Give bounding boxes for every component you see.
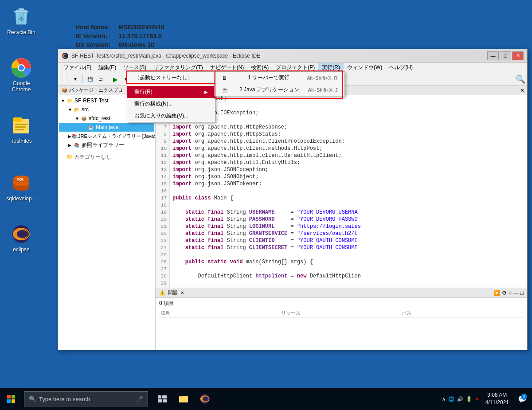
maximize-panel-icon[interactable]: □ xyxy=(520,290,524,296)
code-line-23: 23 static final String CLIENTID = "YOUR … xyxy=(156,237,527,244)
desktop-icon-sqldevelop[interactable]: SQL sqldevelop... xyxy=(4,171,39,203)
code-line-30: 30 // Assemble the login request URL. xyxy=(156,287,527,288)
os-value: Windows 10 xyxy=(115,41,168,49)
ctx-label-run: 実行(R) xyxy=(134,88,196,96)
tree-item-jre[interactable]: ▶ 📚 JREシステム・ライブラリー [JavaSE-11] xyxy=(59,132,154,141)
chrome-icon xyxy=(11,57,32,78)
ctx-label-history: （起動ヒストリーなし） xyxy=(134,74,208,82)
taskview-button[interactable] xyxy=(153,389,172,409)
ie-label: IE Version: xyxy=(72,32,114,40)
ref-lib-icon: 📚 xyxy=(73,142,80,149)
mic-icon: 🎤 xyxy=(137,396,143,402)
menu-file[interactable]: ファイル(F) xyxy=(60,63,95,72)
search-input[interactable] xyxy=(39,396,128,402)
menu-run[interactable]: 実行(R) xyxy=(318,63,344,72)
package-explorer-label: 📦 パッケージ・エクスプロ xyxy=(62,87,123,94)
sysinfo-panel: Host Name: MSEDGEWIN10 IE Version: 11.37… xyxy=(71,22,169,50)
minimize-panel-icon[interactable]: — xyxy=(513,290,519,296)
menu-navigate[interactable]: ナビゲート(N) xyxy=(207,63,248,72)
menu-window[interactable]: ウィンドウ(W) xyxy=(344,63,386,72)
menu-project[interactable]: プロジェクト(P) xyxy=(272,63,318,72)
eclipse-title-text: SF-REST-Test/src/sfdc_rest/Main.java - C… xyxy=(71,53,486,59)
network-icon[interactable]: 🌐 xyxy=(448,396,454,402)
desktop-icon-recycle-bin[interactable]: ♻ Recycle Bin xyxy=(4,4,39,37)
host-value: MSEDGEWIN10 xyxy=(115,23,168,31)
config-icon[interactable]: ⚙ xyxy=(502,290,507,296)
ctx-item-run[interactable]: 実行(R) ▶ xyxy=(127,86,215,98)
menu-refactor[interactable]: リファクタリング(T) xyxy=(150,63,206,72)
tree-label-ref-lib: 参照ライブラリー xyxy=(82,141,124,149)
run-context-menu: （起動ヒストリーなし） 実行(R) ▶ 実行の構成(N)... お気に入りの編集… xyxy=(127,71,215,122)
svg-text:♻: ♻ xyxy=(19,16,23,22)
col-resource: リソース xyxy=(281,310,401,316)
toolbar-new[interactable]: 📄 xyxy=(60,74,70,84)
code-line-20: 20 static final String PASSWORD = "YOUR … xyxy=(156,216,527,223)
maximize-button[interactable]: □ xyxy=(500,51,511,60)
col-description: 説明 xyxy=(161,310,281,316)
minimize-button[interactable]: — xyxy=(487,51,499,60)
filter-icon[interactable]: 🔽 xyxy=(493,290,500,296)
toolbar-save[interactable]: 💾 xyxy=(85,74,95,84)
code-line-13: 13 import org.json.JSONException; xyxy=(156,166,527,173)
code-line-12: 12 import org.apache.http.util.EntityUti… xyxy=(156,159,527,166)
ctx-label-favorites: お気に入りの編集(V)... xyxy=(134,112,208,120)
svg-point-20 xyxy=(17,230,27,238)
toolbar-save-all[interactable]: 🗂 xyxy=(96,74,106,84)
toolbar-dropdown1[interactable]: ▼ xyxy=(70,74,80,84)
ctx-item-favorites[interactable]: お気に入りの編集(V)... xyxy=(127,110,215,122)
clock-display[interactable]: 9:08 AM 4/11/2021 xyxy=(482,391,512,406)
desktop-icon-chrome[interactable]: Google Chrome xyxy=(4,55,39,94)
problems-tab: ⚠️ 問題 ✕ 🔽 ⚙ ≡ — □ xyxy=(156,288,527,298)
ctx-sep-1 xyxy=(127,85,215,85)
submenu-item-server[interactable]: 🖥 1 サーバーで実行 Alt+Shift+X, R xyxy=(215,72,344,84)
submenu-item-java[interactable]: ☕ 2 Java アプリケーション Alt+Shift+X, J xyxy=(215,84,344,96)
show-hidden-icon[interactable]: ∧ xyxy=(442,396,446,402)
submenu-label-java: 2 Java アプリケーション xyxy=(239,86,299,94)
eclipse-title-icon xyxy=(62,52,69,59)
toolbar-search-right[interactable]: 🔍 xyxy=(516,74,525,84)
toolbar-run[interactable]: ▶ xyxy=(110,74,120,84)
code-line-25: 25 xyxy=(156,251,527,258)
code-line-10: 10 import org.apache.http.client.methods… xyxy=(156,145,527,152)
notification-button[interactable]: 💬 2 xyxy=(516,391,528,406)
clock-date: 4/11/2021 xyxy=(485,399,509,406)
menu-edit[interactable]: 編集(E) xyxy=(95,63,120,72)
svg-rect-26 xyxy=(12,395,15,398)
ctx-item-run-config[interactable]: 実行の構成(N)... xyxy=(127,98,215,110)
close-button[interactable]: ✕ xyxy=(512,51,524,60)
jre-icon: 📚 xyxy=(71,133,77,140)
ctx-item-history: （起動ヒストリーなし） xyxy=(127,72,215,84)
code-line-26: 26 public static void main(String[] args… xyxy=(156,258,527,266)
clock-time: 9:08 AM xyxy=(485,391,509,399)
file-explorer-taskbar[interactable] xyxy=(174,389,193,409)
shortcut-java: Alt+Shift+X, J xyxy=(308,87,338,93)
ie-value: 11.379.17763.0 xyxy=(115,32,168,40)
eclipse-taskbar[interactable] xyxy=(195,389,215,409)
svg-rect-29 xyxy=(158,395,161,398)
tree-label-sf-rest: SF-REST-Test xyxy=(74,98,109,104)
code-line-11: 11 import org.apache.http.impl.client.De… xyxy=(156,152,527,159)
volume-icon[interactable]: 🔊 xyxy=(457,396,463,402)
problems-toolbar: 🔽 ⚙ ≡ — □ xyxy=(493,290,524,296)
ctx-label-run-config: 実行の構成(N)... xyxy=(134,100,208,108)
code-area[interactable]: 3 import sfdc_rest; 4 5 import java.io.I… xyxy=(156,95,527,288)
tree-item-main-java[interactable]: ☕ Main.java xyxy=(59,123,154,132)
menu-help[interactable]: ヘルプ(H) xyxy=(386,63,416,72)
tree-arrow: ▼ xyxy=(61,98,66,103)
taskbar: 🔍 🎤 xyxy=(0,388,532,410)
taskbar-search[interactable]: 🔍 🎤 xyxy=(24,391,148,406)
menu-source[interactable]: ソース(S) xyxy=(120,63,150,72)
problems-content: 0 項目 説明 リソース パス xyxy=(156,298,527,350)
menu-search[interactable]: 検索(A) xyxy=(247,63,272,72)
start-button[interactable] xyxy=(0,388,22,410)
problems-count: 0 項目 xyxy=(159,300,524,307)
tree-item-ref-lib[interactable]: ▶ 📚 参照ライブラリー xyxy=(59,141,154,150)
collapse-icon[interactable]: ≡ xyxy=(509,290,512,296)
eclipse-label: eclipse xyxy=(5,246,37,253)
close-view-btn[interactable]: ✕ xyxy=(517,87,527,94)
desktop-icon-testfiles[interactable]: TestFiles xyxy=(4,113,39,146)
svg-rect-12 xyxy=(13,117,22,122)
submenu-label-server: 1 サーバーで実行 xyxy=(248,74,289,82)
host-label: Host Name: xyxy=(72,23,114,31)
desktop-icon-eclipse[interactable]: eclipse xyxy=(4,222,39,254)
